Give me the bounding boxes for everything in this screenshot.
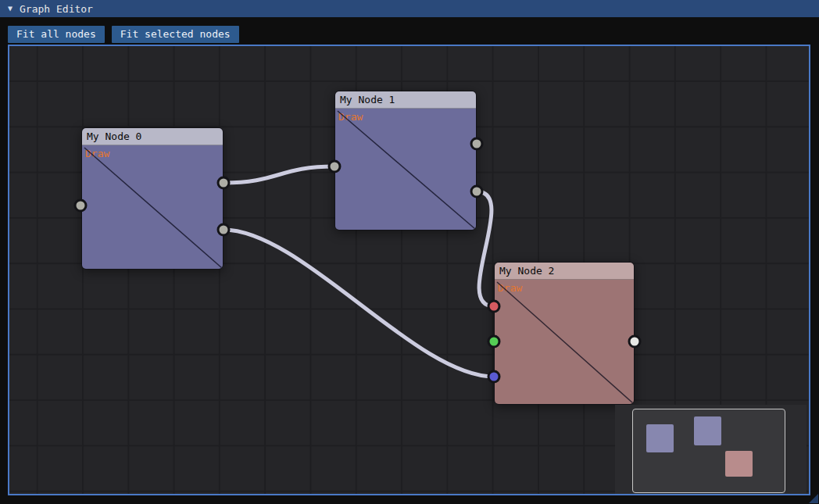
- resize-grip[interactable]: [809, 494, 818, 503]
- my-node-2-input-pin[interactable]: [488, 336, 499, 347]
- fit-all-nodes-button[interactable]: Fit all nodes: [8, 26, 105, 43]
- window-title: Graph Editor: [20, 3, 93, 15]
- minimap-my-node-0[interactable]: [646, 424, 674, 452]
- my-node-0-output-pin[interactable]: [218, 224, 229, 235]
- node-diagonal-line: [335, 91, 477, 231]
- my-node-2[interactable]: My Node 2Draw: [494, 262, 635, 405]
- my-node-2-output-pin[interactable]: [629, 336, 640, 347]
- my-node-1[interactable]: My Node 1Draw: [334, 91, 477, 231]
- node-diagonal-line: [495, 263, 635, 405]
- minimap-my-node-2[interactable]: [725, 451, 753, 477]
- collapse-arrow-icon[interactable]: ▼: [8, 5, 13, 13]
- node-diagonal-line: [82, 128, 224, 270]
- my-node-0-output-pin[interactable]: [218, 177, 229, 188]
- minimap-my-node-1[interactable]: [694, 416, 721, 445]
- my-node-2-input-pin[interactable]: [488, 371, 499, 382]
- my-node-2-input-pin[interactable]: [488, 301, 499, 312]
- my-node-0[interactable]: My Node 0Draw: [81, 127, 224, 270]
- fit-selected-nodes-button[interactable]: Fit selected nodes: [112, 26, 239, 43]
- window-titlebar[interactable]: ▼ Graph Editor: [0, 0, 819, 17]
- my-node-1-output-pin[interactable]: [471, 138, 482, 149]
- my-node-0-input-pin[interactable]: [75, 200, 86, 211]
- toolbar: Fit all nodes Fit selected nodes: [0, 17, 819, 45]
- my-node-1-input-pin[interactable]: [329, 161, 340, 172]
- graph-editor-window: ▼ Graph Editor Fit all nodes Fit selecte…: [0, 0, 819, 504]
- my-node-1-output-pin[interactable]: [471, 186, 482, 197]
